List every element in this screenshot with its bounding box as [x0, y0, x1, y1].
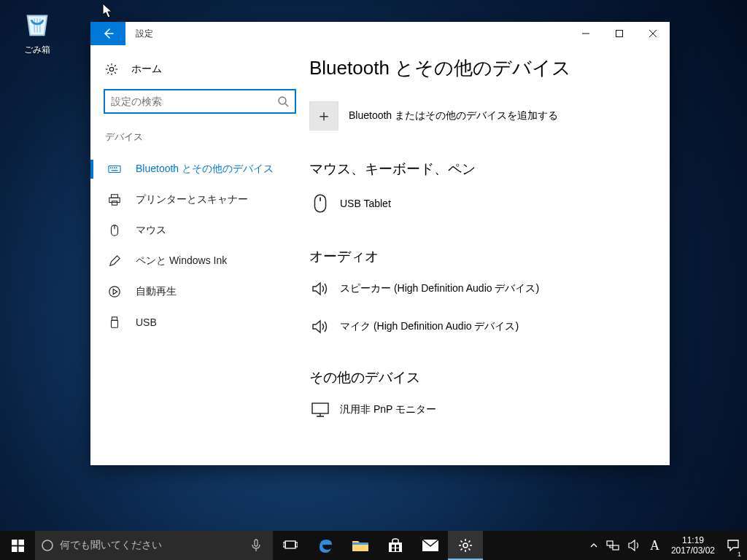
start-button[interactable] — [0, 531, 35, 560]
home-button[interactable]: ホーム — [90, 63, 309, 89]
pen-icon — [108, 254, 121, 268]
svg-line-10 — [107, 72, 109, 74]
minimize-button[interactable] — [569, 22, 603, 45]
svg-line-53 — [461, 541, 462, 542]
window-title: 設定 — [125, 22, 569, 45]
task-view-icon — [283, 540, 298, 551]
device-row[interactable]: マイク (High Definition Audio デバイス) — [309, 314, 652, 339]
content-pane: Bluetooth とその他のデバイス ＋ Bluetooth またはその他のデ… — [309, 45, 670, 465]
sidebar-item-label: 自動再生 — [136, 285, 177, 298]
svg-rect-29 — [312, 403, 328, 413]
taskbar-app-store[interactable] — [378, 531, 413, 560]
svg-point-36 — [42, 540, 53, 551]
add-device-label: Bluetooth またはその他のデバイスを追加する — [349, 109, 558, 122]
printer-icon — [108, 193, 121, 206]
speaker-icon — [311, 281, 329, 297]
taskbar-app-edge[interactable] — [308, 531, 343, 560]
svg-line-8 — [115, 72, 116, 74]
search-icon — [277, 96, 289, 107]
speaker-icon — [311, 319, 329, 335]
svg-rect-1 — [616, 31, 623, 37]
system-tray: A 11:19 2017/03/02 1 — [583, 531, 747, 560]
svg-line-55 — [468, 541, 470, 542]
svg-rect-40 — [283, 542, 285, 547]
tray-network-icon[interactable] — [602, 531, 624, 560]
sidebar-item-usb[interactable]: USB — [90, 307, 309, 338]
svg-rect-37 — [255, 540, 258, 546]
taskbar-app-explorer[interactable] — [343, 531, 378, 560]
recycle-bin-desktop-icon[interactable]: ごみ箱 — [9, 6, 66, 56]
svg-rect-34 — [12, 546, 18, 552]
svg-rect-43 — [392, 545, 395, 548]
svg-line-7 — [107, 65, 109, 66]
svg-rect-13 — [109, 166, 120, 173]
taskbar-clock[interactable]: 11:19 2017/03/02 — [664, 535, 722, 556]
svg-line-56 — [461, 548, 462, 550]
cortana-search-box[interactable]: 何でも聞いてください — [35, 531, 273, 560]
section-heading-audio: オーディオ — [309, 247, 652, 266]
section-heading-other: その他のデバイス — [309, 368, 652, 387]
svg-line-9 — [115, 65, 116, 66]
task-view-button[interactable] — [273, 531, 308, 560]
taskbar: 何でも聞いてください — [0, 531, 747, 560]
usb-icon — [108, 316, 121, 329]
clock-date: 2017/03/02 — [671, 545, 715, 556]
action-center-button[interactable]: 1 — [722, 531, 744, 560]
search-input[interactable] — [111, 96, 277, 107]
page-title: Bluetooth とその他のデバイス — [309, 55, 652, 81]
close-button[interactable] — [636, 22, 670, 45]
svg-rect-32 — [12, 540, 18, 545]
settings-window: 設定 — [90, 22, 670, 465]
taskbar-app-settings[interactable] — [448, 531, 483, 560]
svg-rect-35 — [18, 546, 24, 552]
device-name: マイク (High Definition Audio デバイス) — [340, 320, 519, 333]
search-box[interactable] — [104, 89, 296, 114]
maximize-icon — [616, 30, 623, 37]
svg-line-54 — [468, 548, 470, 550]
ime-indicator[interactable]: A — [646, 531, 664, 560]
edge-icon — [317, 537, 334, 554]
sidebar-item-pen[interactable]: ペンと Windows Ink — [90, 246, 309, 276]
tray-volume-icon[interactable] — [624, 531, 646, 560]
arrow-left-icon — [102, 28, 114, 39]
device-row[interactable]: スピーカー (High Definition Audio デバイス) — [309, 276, 652, 301]
minimize-icon — [582, 30, 589, 37]
monitor-icon — [311, 402, 330, 418]
mouse-icon — [312, 193, 328, 214]
device-name: 汎用非 PnP モニター — [340, 403, 436, 416]
svg-rect-19 — [112, 195, 118, 198]
svg-point-48 — [463, 543, 468, 548]
clock-time: 11:19 — [671, 535, 715, 545]
home-label: ホーム — [131, 63, 162, 76]
svg-rect-45 — [392, 548, 395, 551]
notification-badge: 1 — [735, 551, 743, 558]
recycle-bin-icon — [20, 6, 54, 39]
mail-icon — [422, 539, 439, 552]
autoplay-icon — [108, 285, 121, 298]
svg-point-2 — [109, 67, 113, 71]
sidebar-item-bluetooth[interactable]: Bluetooth とその他のデバイス — [90, 154, 309, 184]
device-row[interactable]: USB Tablet — [309, 189, 652, 218]
back-button[interactable] — [90, 22, 125, 45]
sidebar-item-mouse[interactable]: マウス — [90, 215, 309, 246]
svg-rect-20 — [109, 198, 120, 202]
close-icon — [649, 30, 657, 37]
recycle-bin-label: ごみ箱 — [9, 44, 66, 56]
svg-point-24 — [109, 287, 120, 297]
tray-chevron-up[interactable] — [586, 531, 602, 560]
svg-rect-33 — [18, 540, 24, 545]
svg-rect-57 — [607, 541, 613, 545]
sidebar-item-label: USB — [136, 316, 157, 328]
section-heading-mouse-keyboard-pen: マウス、キーボード、ペン — [309, 160, 652, 179]
sidebar-item-autoplay[interactable]: 自動再生 — [90, 276, 309, 307]
add-device-button[interactable]: ＋ Bluetooth またはその他のデバイスを追加する — [309, 101, 652, 131]
svg-rect-42 — [352, 542, 368, 545]
svg-rect-58 — [613, 545, 619, 550]
network-icon — [606, 540, 619, 551]
plus-icon: ＋ — [309, 101, 338, 131]
device-row[interactable]: 汎用非 PnP モニター — [309, 397, 652, 422]
maximize-button[interactable] — [603, 22, 636, 45]
mouse-icon — [108, 224, 121, 237]
taskbar-app-mail[interactable] — [413, 531, 448, 560]
sidebar-item-printers[interactable]: プリンターとスキャナー — [90, 184, 309, 215]
